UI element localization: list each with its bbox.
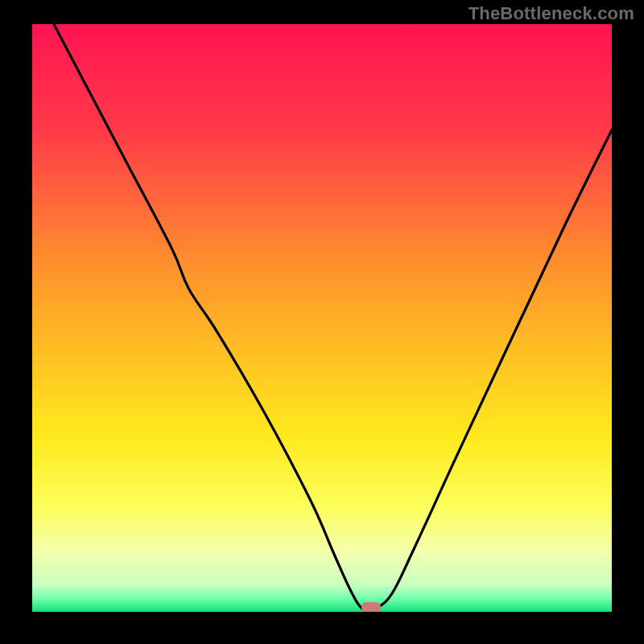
bottleneck-curve-path: [32, 24, 612, 611]
chart-frame: TheBottleneck.com: [0, 0, 644, 644]
plot-area: [32, 24, 612, 612]
curve-overlay: [32, 24, 612, 612]
optimal-point-marker-icon: [361, 602, 381, 612]
credit-watermark: TheBottleneck.com: [469, 3, 634, 24]
